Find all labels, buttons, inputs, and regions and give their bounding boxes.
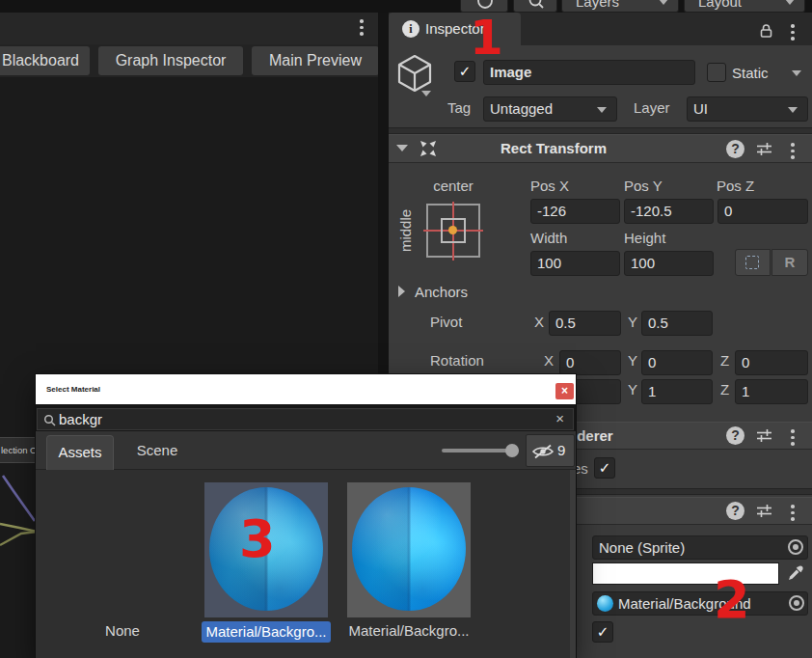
tag-dropdown[interactable]: Untagged bbox=[483, 96, 617, 122]
tag-value: Untagged bbox=[490, 100, 553, 117]
layer-dropdown[interactable]: UI bbox=[687, 96, 808, 122]
material-item-none-label[interactable]: None bbox=[65, 622, 180, 639]
close-icon: × bbox=[561, 384, 568, 398]
rotation-z-value: 0 bbox=[742, 354, 749, 370]
search-toolbar-button[interactable] bbox=[513, 0, 557, 13]
pos-x-label: Pos X bbox=[530, 178, 569, 194]
rotation-z-field[interactable]: 0 bbox=[735, 350, 808, 375]
tab-main-preview[interactable]: Main Preview bbox=[252, 46, 379, 75]
pos-x-field[interactable]: -126 bbox=[530, 199, 620, 224]
presets-icon[interactable] bbox=[756, 142, 772, 156]
source-image-field[interactable]: None (Sprite) bbox=[592, 535, 808, 560]
raycast-target-checkbox[interactable]: ✓ bbox=[592, 621, 613, 643]
unity-editor: Layers Layout Blackboard Graph Inspector… bbox=[0, 0, 812, 658]
object-picker-icon[interactable] bbox=[789, 595, 804, 611]
overflow-menu-icon[interactable] bbox=[789, 503, 797, 523]
overflow-menu-icon[interactable] bbox=[789, 141, 797, 161]
width-field[interactable]: 100 bbox=[530, 251, 620, 276]
color-swatch[interactable] bbox=[592, 562, 779, 585]
help-icon[interactable]: ? bbox=[726, 426, 744, 445]
rect-transform-title: Rect Transform bbox=[389, 134, 718, 163]
hidden-packages-toggle[interactable]: 9 bbox=[526, 434, 575, 467]
pos-z-label: Pos Z bbox=[717, 178, 754, 194]
rotation-x-value: 0 bbox=[566, 354, 574, 370]
width-value: 100 bbox=[537, 255, 561, 271]
static-checkbox[interactable] bbox=[707, 63, 726, 82]
chevron-down-icon bbox=[785, 0, 795, 5]
height-field[interactable]: 100 bbox=[624, 251, 714, 276]
pivot-y-field[interactable]: 0.5 bbox=[641, 311, 713, 336]
layout-dropdown[interactable]: Layout bbox=[684, 0, 805, 13]
dialog-scrollbar[interactable] bbox=[570, 470, 576, 658]
help-icon[interactable]: ? bbox=[726, 140, 744, 158]
blueprint-mode-button[interactable] bbox=[735, 249, 771, 276]
annotation-3: 3 bbox=[239, 513, 276, 565]
layers-label: Layers bbox=[576, 0, 619, 10]
thumbnail-size-slider-handle[interactable] bbox=[505, 444, 519, 457]
pivot-label: Pivot bbox=[430, 314, 462, 330]
layers-dropdown[interactable]: Layers bbox=[561, 0, 679, 13]
axis-y-label: Y bbox=[628, 381, 637, 398]
blueprint-icon bbox=[745, 256, 759, 269]
tag-label: Tag bbox=[447, 99, 471, 116]
material-item-2-thumbnail[interactable] bbox=[347, 482, 471, 617]
raw-edit-mode-button[interactable]: R bbox=[771, 249, 808, 276]
overflow-menu-icon[interactable] bbox=[789, 427, 797, 448]
material-item-1-label[interactable]: Material/Backgro... bbox=[202, 621, 331, 643]
overflow-menu-icon[interactable] bbox=[358, 17, 365, 38]
tab-blackboard[interactable]: Blackboard bbox=[0, 46, 90, 75]
eye-slash-icon bbox=[531, 444, 555, 459]
material-sphere-preview bbox=[352, 487, 466, 611]
select-material-dialog: Select Material × backgr × Assets Scene bbox=[36, 374, 576, 658]
canvas-renderer-checkbox[interactable]: ✓ bbox=[594, 457, 615, 479]
material-field[interactable]: Material/Background bbox=[592, 591, 808, 616]
scale-z-field[interactable]: 1 bbox=[735, 379, 808, 404]
object-picker-icon[interactable] bbox=[788, 539, 803, 555]
clear-search-icon[interactable]: × bbox=[555, 410, 564, 426]
axis-y-label: Y bbox=[628, 352, 637, 369]
info-icon: i bbox=[402, 20, 420, 38]
search-value: backgr bbox=[59, 411, 102, 427]
static-label: Static bbox=[732, 65, 769, 81]
help-icon[interactable]: ? bbox=[726, 502, 744, 520]
axis-z-label: Z bbox=[720, 352, 729, 369]
pivot-x-field[interactable]: 0.5 bbox=[549, 311, 621, 336]
presets-icon[interactable] bbox=[756, 428, 772, 443]
search-icon bbox=[514, 0, 557, 13]
graph-tabbar: Blackboard Graph Inspector Main Preview bbox=[0, 44, 378, 77]
pos-y-value: -120.5 bbox=[631, 203, 672, 219]
gameobject-icon-caret[interactable] bbox=[421, 91, 431, 96]
tab-scene[interactable]: Scene bbox=[127, 431, 187, 470]
presets-icon[interactable] bbox=[756, 504, 772, 518]
material-item-2-label[interactable]: Material/Backgro... bbox=[347, 622, 471, 639]
dialog-item-grid: None Material/Backgro... Material/Backgr… bbox=[36, 470, 576, 658]
axis-y-label: Y bbox=[628, 314, 637, 330]
pivot-y-value: 0.5 bbox=[648, 315, 668, 331]
overflow-menu-icon[interactable] bbox=[789, 22, 797, 42]
tab-main-preview-label: Main Preview bbox=[269, 52, 362, 69]
rotation-label: Rotation bbox=[430, 352, 484, 369]
chevron-down-icon bbox=[597, 107, 607, 113]
dialog-titlebar[interactable]: Select Material × bbox=[36, 374, 576, 404]
search-input[interactable]: backgr × bbox=[37, 408, 574, 430]
tab-graph-inspector[interactable]: Graph Inspector bbox=[98, 46, 243, 75]
static-caret-icon[interactable] bbox=[792, 70, 801, 76]
anchors-label[interactable]: Anchors bbox=[415, 284, 468, 300]
graph-panel-header bbox=[0, 13, 378, 44]
gameobject-name-value: Image bbox=[490, 64, 531, 80]
pos-y-field[interactable]: -120.5 bbox=[624, 199, 714, 224]
graph-edges bbox=[0, 466, 39, 572]
scale-y-field[interactable]: 1 bbox=[641, 379, 713, 404]
gameobject-name-field[interactable]: Image bbox=[483, 60, 695, 85]
dialog-close-button[interactable]: × bbox=[555, 383, 574, 399]
tab-assets[interactable]: Assets bbox=[46, 435, 114, 470]
eyedropper-icon[interactable] bbox=[787, 564, 804, 582]
pos-z-field[interactable]: 0 bbox=[717, 199, 808, 224]
foldout-closed-icon[interactable] bbox=[398, 286, 405, 297]
rotation-y-field[interactable]: 0 bbox=[641, 350, 713, 375]
lock-icon[interactable] bbox=[760, 23, 772, 39]
axis-x-label: X bbox=[544, 352, 554, 369]
anchor-horizontal-label: center bbox=[415, 178, 492, 194]
rotation-x-field[interactable]: 0 bbox=[559, 350, 621, 375]
scale-y-value: 1 bbox=[648, 383, 656, 399]
